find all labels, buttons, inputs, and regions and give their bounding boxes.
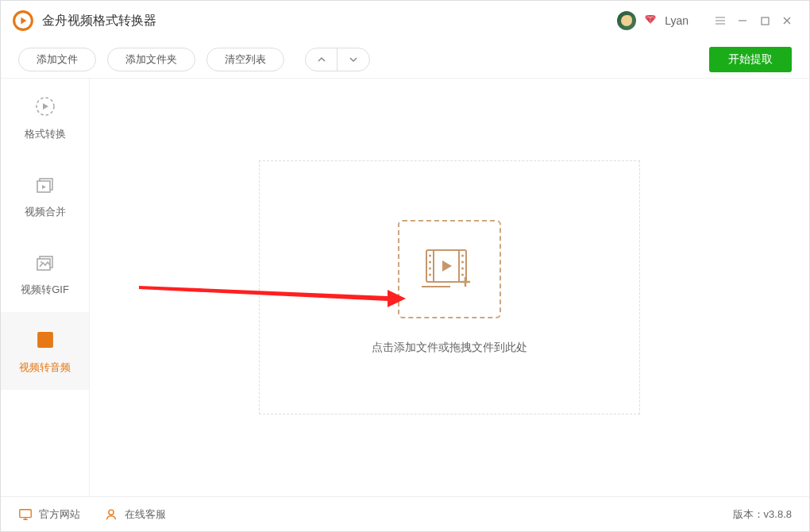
username[interactable]: Lyan bbox=[665, 14, 688, 27]
title-bar: 金舟视频格式转换器 Lyan bbox=[1, 1, 809, 40]
sidebar-item-video-to-gif[interactable]: 视频转GIF bbox=[1, 234, 89, 312]
svg-point-13 bbox=[429, 255, 431, 257]
minimize-button[interactable] bbox=[731, 10, 754, 32]
status-label: 官方网站 bbox=[39, 507, 80, 522]
sidebar-item-label: 视频转音频 bbox=[19, 360, 71, 375]
move-down-button[interactable] bbox=[338, 48, 369, 71]
body: 格式转换 视频合并 视频转GIF bbox=[1, 79, 809, 496]
sidebar-item-label: 格式转换 bbox=[25, 127, 66, 141]
clear-list-button[interactable]: 清空列表 bbox=[206, 48, 284, 71]
sidebar-item-video-merge[interactable]: 视频合并 bbox=[1, 156, 89, 234]
gem-icon bbox=[644, 13, 657, 29]
svg-point-17 bbox=[461, 255, 464, 257]
avatar[interactable] bbox=[617, 11, 636, 30]
svg-point-20 bbox=[461, 274, 464, 276]
app-title: 金舟视频格式转换器 bbox=[42, 13, 156, 29]
title-right: Lyan bbox=[617, 10, 798, 32]
svg-point-9 bbox=[43, 341, 47, 345]
add-folder-button[interactable]: 添加文件夹 bbox=[107, 48, 195, 71]
monitor-icon bbox=[18, 507, 33, 522]
video-add-icon bbox=[422, 247, 477, 291]
svg-rect-24 bbox=[20, 509, 31, 517]
svg-point-16 bbox=[429, 274, 431, 276]
status-bar: 官方网站 在线客服 版本：v3.8.8 bbox=[1, 496, 809, 531]
menu-button[interactable] bbox=[709, 10, 731, 32]
svg-point-18 bbox=[461, 261, 464, 264]
version-label: 版本：v3.8.8 bbox=[733, 507, 792, 522]
add-file-button[interactable]: 添加文件 bbox=[18, 48, 96, 71]
drop-zone-inner bbox=[398, 220, 501, 318]
svg-rect-1 bbox=[762, 17, 769, 25]
online-service-link[interactable]: 在线客服 bbox=[104, 507, 166, 522]
official-site-link[interactable]: 官方网站 bbox=[18, 507, 80, 522]
main-area: 点击添加文件或拖拽文件到此处 bbox=[90, 79, 809, 496]
start-extract-button[interactable]: 开始提取 bbox=[709, 47, 792, 72]
drop-hint-text: 点击添加文件或拖拽文件到此处 bbox=[372, 341, 527, 355]
maximize-button[interactable] bbox=[754, 10, 776, 32]
sidebar: 格式转换 视频合并 视频转GIF bbox=[1, 79, 90, 496]
sidebar-item-label: 视频转GIF bbox=[21, 283, 69, 297]
svg-point-14 bbox=[429, 261, 431, 264]
svg-point-15 bbox=[429, 268, 431, 270]
svg-point-27 bbox=[109, 510, 114, 515]
title-left: 金舟视频格式转换器 bbox=[12, 10, 156, 32]
svg-point-19 bbox=[461, 268, 464, 270]
status-label: 在线客服 bbox=[125, 507, 166, 522]
sidebar-item-format-convert[interactable]: 格式转换 bbox=[1, 79, 89, 156]
app-logo-icon bbox=[12, 10, 34, 32]
nav-arrows bbox=[305, 48, 370, 71]
drop-zone[interactable]: 点击添加文件或拖拽文件到此处 bbox=[259, 160, 640, 414]
svg-point-7 bbox=[40, 261, 42, 263]
window-controls bbox=[709, 10, 798, 32]
toolbar: 添加文件 添加文件夹 清空列表 开始提取 bbox=[1, 40, 809, 79]
move-up-button[interactable] bbox=[306, 48, 338, 71]
support-icon bbox=[104, 507, 118, 522]
sidebar-item-label: 视频合并 bbox=[25, 205, 66, 219]
sidebar-item-video-to-audio[interactable]: 视频转音频 bbox=[1, 312, 89, 390]
close-button[interactable] bbox=[776, 10, 798, 32]
